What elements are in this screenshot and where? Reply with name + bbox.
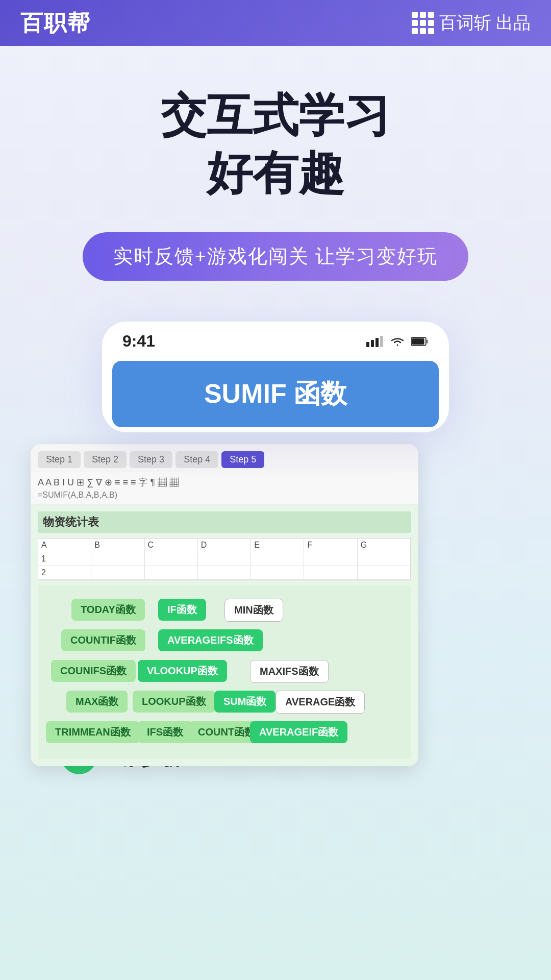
func-tag-item: AVERAGEIF函数 <box>250 721 347 743</box>
mockup-area: Step 1 Step 2 Step 3 Step 4 Step 5 A A B… <box>31 322 520 432</box>
grid-row: A B C D E F G <box>38 538 411 552</box>
hero-section: 交互式学习 好有趣 实时反馈+游戏化闯关 让学习变好玩 Step 1 Step … <box>0 46 551 980</box>
svg-rect-2 <box>375 338 379 347</box>
spreadsheet-title: 物资统计表 <box>38 511 411 533</box>
func-tag-item: IF函数 <box>158 599 206 621</box>
toolbar-row: A A B I U ⊞ ∑ ∇ ⊕ ≡ ≡ ≡ 字 ¶ ▦ ▦ <box>38 476 411 488</box>
svg-rect-1 <box>371 340 374 347</box>
func-tag-cloud: TODAY函数IF函数MIN函数COUNTIF函数AVERAGEIFS函数COU… <box>38 585 411 759</box>
brand-area: 百词斩 出品 <box>412 11 531 35</box>
func-tag-item: LOOKUP函数 <box>133 691 215 713</box>
cell: D <box>198 538 251 552</box>
step-bar: Step 1 Step 2 Step 3 Step 4 Step 5 <box>31 444 418 472</box>
svg-rect-5 <box>412 338 424 345</box>
hero-title: 交互式学习 好有趣 <box>161 87 390 202</box>
cell <box>358 566 411 579</box>
formula-label: =SUMIF(A,B,A,B,A,B) <box>38 491 117 500</box>
excel-card: Step 1 Step 2 Step 3 Step 4 Step 5 A A B… <box>31 444 418 766</box>
cell: C <box>145 538 198 552</box>
func-tag-item: MAX函数 <box>66 691 128 713</box>
svg-rect-3 <box>380 336 383 347</box>
svg-rect-0 <box>366 342 369 347</box>
phone-mockup: 9:41 <box>102 322 449 432</box>
func-tag-item: SUM函数 <box>214 691 276 713</box>
phone-function-card: SUMIF 函数 <box>112 361 439 427</box>
step-4[interactable]: Step 4 <box>176 451 218 468</box>
step-1[interactable]: Step 1 <box>38 451 81 468</box>
hero-badge: 实时反馈+游戏化闯关 让学习变好玩 <box>83 232 469 281</box>
battery-icon <box>411 336 429 347</box>
brand-grid-icon <box>412 12 434 34</box>
func-tag-item: AVERAGEIFS函数 <box>158 629 263 651</box>
func-tag-item: COUNTIF函数 <box>61 629 145 651</box>
cell <box>251 566 304 579</box>
spreadsheet-grid: A B C D E F G 1 <box>38 538 411 580</box>
phone-status-icons <box>366 336 429 347</box>
cell <box>358 552 411 566</box>
cell: F <box>304 538 357 552</box>
cell <box>145 566 198 579</box>
cell: E <box>251 538 304 552</box>
cell: A <box>38 538 91 552</box>
func-tag-item: TRIMMEAN函数 <box>46 721 140 743</box>
cell <box>251 552 304 566</box>
function-title: SUMIF 函数 <box>128 376 423 412</box>
app-logo: 百职帮 <box>20 8 91 38</box>
cell <box>198 566 251 579</box>
phone-time: 9:41 <box>122 332 155 351</box>
cell: 2 <box>38 566 91 579</box>
cell: G <box>358 538 411 552</box>
toolbar-icons: A A B I U ⊞ ∑ ∇ ⊕ ≡ ≡ ≡ 字 ¶ ▦ ▦ <box>38 476 179 488</box>
wifi-icon <box>389 336 406 347</box>
cell: B <box>91 538 144 552</box>
excel-toolbar: A A B I U ⊞ ∑ ∇ ⊕ ≡ ≡ ≡ 字 ¶ ▦ ▦ =SUMIF(A… <box>31 472 418 504</box>
func-tag-item: COUNIFS函数 <box>51 660 136 682</box>
cell <box>304 566 357 579</box>
step-5[interactable]: Step 5 <box>221 451 264 468</box>
cell: 1 <box>38 552 91 566</box>
app-header: 百职帮 百词斩 出品 <box>0 0 551 46</box>
step-3[interactable]: Step 3 <box>130 451 172 468</box>
grid-row: 2 <box>38 566 411 580</box>
func-tag-item: TODAY函数 <box>71 599 145 621</box>
formula-bar: =SUMIF(A,B,A,B,A,B) <box>38 491 411 500</box>
step-2[interactable]: Step 2 <box>84 451 127 468</box>
grid-row: 1 <box>38 552 411 566</box>
svg-rect-6 <box>427 339 428 343</box>
cell <box>145 552 198 566</box>
signal-icon <box>366 336 384 347</box>
func-tag-item: MIN函数 <box>224 599 283 622</box>
cell <box>304 552 357 566</box>
status-bar: 9:41 <box>102 322 449 356</box>
func-tag-item: VLOOKUP函数 <box>138 660 227 682</box>
func-tag-item: MAXIFS函数 <box>250 660 329 683</box>
cell <box>91 552 144 566</box>
cell <box>91 566 144 579</box>
spreadsheet-area: 物资统计表 A B C D E F G 1 <box>31 504 418 766</box>
func-tag-item: AVERAGE函数 <box>276 691 365 714</box>
cell <box>198 552 251 566</box>
brand-name: 百词斩 出品 <box>439 11 531 35</box>
func-tag-item: IFS函数 <box>138 721 192 743</box>
